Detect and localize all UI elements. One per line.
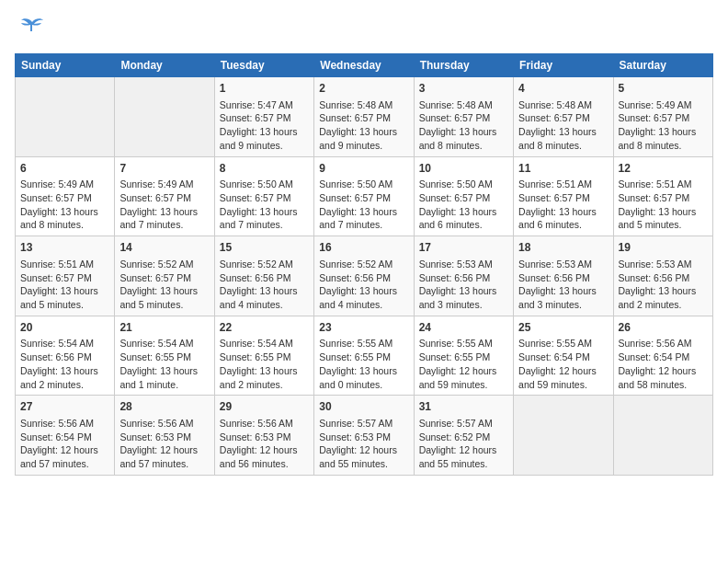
day-number: 5 — [619, 81, 708, 97]
day-number: 15 — [220, 240, 309, 256]
day-number: 8 — [220, 161, 309, 177]
day-info: Sunrise: 5:53 AM Sunset: 6:56 PM Dayligh… — [518, 258, 608, 312]
day-number: 21 — [119, 320, 209, 336]
day-number: 12 — [619, 161, 708, 177]
day-number: 3 — [419, 81, 508, 97]
day-number: 23 — [319, 320, 408, 336]
calendar-cell: 2Sunrise: 5:48 AM Sunset: 6:57 PM Daylig… — [314, 77, 414, 157]
day-number: 13 — [20, 240, 109, 256]
calendar-cell: 27Sunrise: 5:56 AM Sunset: 6:54 PM Dayli… — [16, 396, 115, 476]
day-info: Sunrise: 5:54 AM Sunset: 6:56 PM Dayligh… — [20, 337, 109, 391]
calendar-cell: 10Sunrise: 5:50 AM Sunset: 6:57 PM Dayli… — [414, 156, 513, 236]
calendar-cell: 6Sunrise: 5:49 AM Sunset: 6:57 PM Daylig… — [16, 156, 115, 236]
weekday-header-thursday: Thursday — [414, 54, 513, 77]
calendar-cell: 11Sunrise: 5:51 AM Sunset: 6:57 PM Dayli… — [514, 156, 613, 236]
calendar-cell: 19Sunrise: 5:53 AM Sunset: 6:56 PM Dayli… — [613, 236, 712, 316]
calendar-week-1: 1Sunrise: 5:47 AM Sunset: 6:57 PM Daylig… — [16, 77, 713, 157]
calendar-week-4: 20Sunrise: 5:54 AM Sunset: 6:56 PM Dayli… — [16, 316, 713, 396]
day-number: 19 — [619, 240, 708, 256]
calendar-cell: 4Sunrise: 5:48 AM Sunset: 6:57 PM Daylig… — [514, 77, 613, 157]
calendar-cell: 16Sunrise: 5:52 AM Sunset: 6:56 PM Dayli… — [314, 236, 414, 316]
weekday-header-tuesday: Tuesday — [214, 54, 313, 77]
calendar-cell: 29Sunrise: 5:56 AM Sunset: 6:53 PM Dayli… — [214, 396, 313, 476]
calendar-cell: 15Sunrise: 5:52 AM Sunset: 6:56 PM Dayli… — [214, 236, 313, 316]
calendar-cell — [115, 77, 214, 157]
day-info: Sunrise: 5:52 AM Sunset: 6:57 PM Dayligh… — [119, 258, 209, 312]
calendar-cell: 12Sunrise: 5:51 AM Sunset: 6:57 PM Dayli… — [613, 156, 712, 236]
day-info: Sunrise: 5:57 AM Sunset: 6:52 PM Dayligh… — [419, 417, 508, 471]
day-number: 27 — [20, 399, 109, 415]
day-info: Sunrise: 5:50 AM Sunset: 6:57 PM Dayligh… — [220, 178, 309, 232]
day-number: 16 — [319, 240, 408, 256]
weekday-header-wednesday: Wednesday — [314, 54, 414, 77]
calendar-cell: 14Sunrise: 5:52 AM Sunset: 6:57 PM Dayli… — [115, 236, 214, 316]
calendar-cell: 23Sunrise: 5:55 AM Sunset: 6:55 PM Dayli… — [314, 316, 414, 396]
weekday-header-monday: Monday — [115, 54, 214, 77]
day-number: 17 — [419, 240, 508, 256]
day-number: 2 — [319, 81, 408, 97]
day-info: Sunrise: 5:54 AM Sunset: 6:55 PM Dayligh… — [220, 337, 309, 391]
day-info: Sunrise: 5:55 AM Sunset: 6:55 PM Dayligh… — [319, 337, 408, 391]
day-info: Sunrise: 5:55 AM Sunset: 6:55 PM Dayligh… — [419, 337, 508, 391]
day-info: Sunrise: 5:56 AM Sunset: 6:53 PM Dayligh… — [220, 417, 309, 471]
calendar-week-2: 6Sunrise: 5:49 AM Sunset: 6:57 PM Daylig… — [16, 156, 713, 236]
day-info: Sunrise: 5:48 AM Sunset: 6:57 PM Dayligh… — [518, 98, 608, 153]
day-number: 28 — [119, 399, 209, 415]
day-info: Sunrise: 5:47 AM Sunset: 6:57 PM Dayligh… — [220, 98, 309, 153]
day-info: Sunrise: 5:48 AM Sunset: 6:57 PM Dayligh… — [419, 98, 508, 153]
calendar-week-3: 13Sunrise: 5:51 AM Sunset: 6:57 PM Dayli… — [16, 236, 713, 316]
day-number: 29 — [220, 399, 309, 415]
calendar-cell: 3Sunrise: 5:48 AM Sunset: 6:57 PM Daylig… — [414, 77, 513, 157]
page-header — [15, 15, 713, 46]
calendar-cell: 24Sunrise: 5:55 AM Sunset: 6:55 PM Dayli… — [414, 316, 513, 396]
day-number: 24 — [419, 320, 508, 336]
day-number: 4 — [518, 81, 608, 97]
calendar-cell: 8Sunrise: 5:50 AM Sunset: 6:57 PM Daylig… — [214, 156, 313, 236]
day-number: 18 — [518, 240, 608, 256]
calendar-cell: 9Sunrise: 5:50 AM Sunset: 6:57 PM Daylig… — [314, 156, 414, 236]
logo-bird-icon — [19, 15, 45, 46]
weekday-header-saturday: Saturday — [613, 54, 712, 77]
weekday-header-row: SundayMondayTuesdayWednesdayThursdayFrid… — [16, 54, 713, 77]
day-info: Sunrise: 5:51 AM Sunset: 6:57 PM Dayligh… — [20, 258, 109, 312]
calendar-cell: 21Sunrise: 5:54 AM Sunset: 6:55 PM Dayli… — [115, 316, 214, 396]
calendar-cell — [613, 396, 712, 476]
calendar-cell — [16, 77, 115, 157]
calendar-cell: 5Sunrise: 5:49 AM Sunset: 6:57 PM Daylig… — [613, 77, 712, 157]
calendar-cell — [514, 396, 613, 476]
weekday-header-sunday: Sunday — [16, 54, 115, 77]
day-number: 31 — [419, 399, 508, 415]
calendar-cell: 22Sunrise: 5:54 AM Sunset: 6:55 PM Dayli… — [214, 316, 313, 396]
day-number: 22 — [220, 320, 309, 336]
calendar-cell: 18Sunrise: 5:53 AM Sunset: 6:56 PM Dayli… — [514, 236, 613, 316]
calendar-cell: 28Sunrise: 5:56 AM Sunset: 6:53 PM Dayli… — [115, 396, 214, 476]
day-info: Sunrise: 5:49 AM Sunset: 6:57 PM Dayligh… — [20, 178, 109, 232]
day-info: Sunrise: 5:54 AM Sunset: 6:55 PM Dayligh… — [119, 337, 209, 391]
day-number: 1 — [220, 81, 309, 97]
day-number: 6 — [20, 161, 109, 177]
day-number: 20 — [20, 320, 109, 336]
calendar-cell: 7Sunrise: 5:49 AM Sunset: 6:57 PM Daylig… — [115, 156, 214, 236]
day-info: Sunrise: 5:57 AM Sunset: 6:53 PM Dayligh… — [319, 417, 408, 471]
calendar-cell: 25Sunrise: 5:55 AM Sunset: 6:54 PM Dayli… — [514, 316, 613, 396]
day-info: Sunrise: 5:56 AM Sunset: 6:54 PM Dayligh… — [20, 417, 109, 471]
day-info: Sunrise: 5:56 AM Sunset: 6:54 PM Dayligh… — [619, 337, 708, 391]
day-info: Sunrise: 5:50 AM Sunset: 6:57 PM Dayligh… — [419, 178, 508, 232]
day-number: 25 — [518, 320, 608, 336]
day-info: Sunrise: 5:50 AM Sunset: 6:57 PM Dayligh… — [319, 178, 408, 232]
calendar-week-5: 27Sunrise: 5:56 AM Sunset: 6:54 PM Dayli… — [16, 396, 713, 476]
logo — [15, 15, 45, 46]
day-number: 9 — [319, 161, 408, 177]
day-info: Sunrise: 5:52 AM Sunset: 6:56 PM Dayligh… — [319, 258, 408, 312]
day-info: Sunrise: 5:49 AM Sunset: 6:57 PM Dayligh… — [619, 98, 708, 153]
calendar-cell: 17Sunrise: 5:53 AM Sunset: 6:56 PM Dayli… — [414, 236, 513, 316]
calendar-cell: 26Sunrise: 5:56 AM Sunset: 6:54 PM Dayli… — [613, 316, 712, 396]
day-number: 30 — [319, 399, 408, 415]
day-info: Sunrise: 5:52 AM Sunset: 6:56 PM Dayligh… — [220, 258, 309, 312]
calendar-table: SundayMondayTuesdayWednesdayThursdayFrid… — [15, 53, 713, 476]
day-info: Sunrise: 5:53 AM Sunset: 6:56 PM Dayligh… — [619, 258, 708, 312]
calendar-cell: 30Sunrise: 5:57 AM Sunset: 6:53 PM Dayli… — [314, 396, 414, 476]
day-number: 11 — [518, 161, 608, 177]
calendar-cell: 13Sunrise: 5:51 AM Sunset: 6:57 PM Dayli… — [16, 236, 115, 316]
day-number: 14 — [119, 240, 209, 256]
